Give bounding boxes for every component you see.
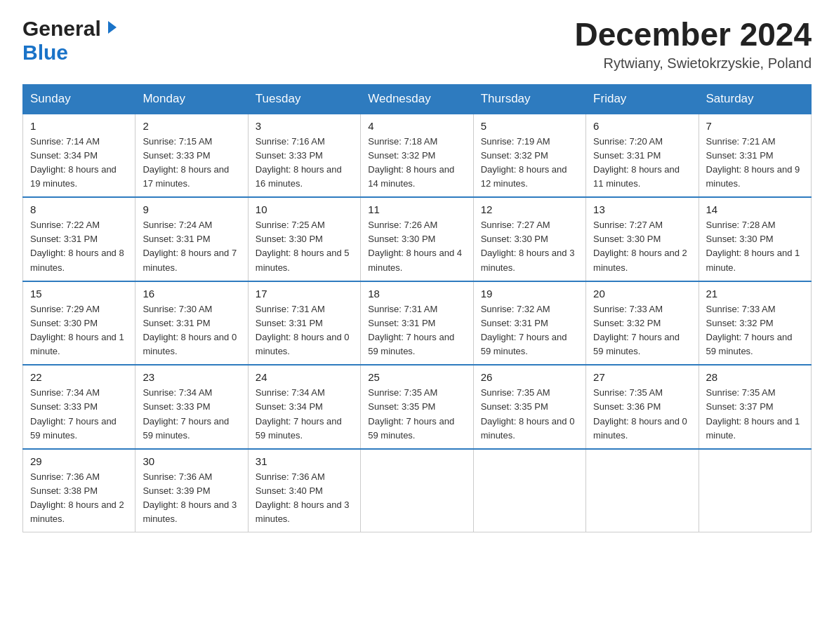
day-number: 10 bbox=[256, 203, 353, 215]
calendar-table: SundayMondayTuesdayWednesdayThursdayFrid… bbox=[22, 84, 812, 533]
calendar-cell: 31 Sunrise: 7:36 AMSunset: 3:40 PMDaylig… bbox=[248, 449, 360, 532]
calendar-cell: 14 Sunrise: 7:28 AMSunset: 3:30 PMDaylig… bbox=[699, 197, 811, 281]
calendar-cell: 11 Sunrise: 7:26 AMSunset: 3:30 PMDaylig… bbox=[361, 197, 473, 281]
calendar-week-row: 1 Sunrise: 7:14 AMSunset: 3:34 PMDayligh… bbox=[23, 114, 812, 198]
day-info: Sunrise: 7:22 AMSunset: 3:31 PMDaylight:… bbox=[30, 220, 124, 272]
day-info: Sunrise: 7:36 AMSunset: 3:38 PMDaylight:… bbox=[30, 471, 124, 524]
day-info: Sunrise: 7:35 AMSunset: 3:36 PMDaylight:… bbox=[593, 387, 687, 440]
col-header-tuesday: Tuesday bbox=[248, 84, 360, 114]
day-number: 6 bbox=[593, 120, 691, 132]
day-info: Sunrise: 7:29 AMSunset: 3:30 PMDaylight:… bbox=[30, 304, 124, 356]
calendar-cell: 18 Sunrise: 7:31 AMSunset: 3:31 PMDaylig… bbox=[361, 281, 473, 365]
calendar-cell: 3 Sunrise: 7:16 AMSunset: 3:33 PMDayligh… bbox=[248, 114, 360, 198]
col-header-friday: Friday bbox=[586, 84, 699, 114]
col-header-thursday: Thursday bbox=[473, 84, 585, 114]
calendar-cell: 13 Sunrise: 7:27 AMSunset: 3:30 PMDaylig… bbox=[586, 197, 699, 281]
day-info: Sunrise: 7:14 AMSunset: 3:34 PMDaylight:… bbox=[30, 136, 117, 189]
calendar-header-row: SundayMondayTuesdayWednesdayThursdayFrid… bbox=[23, 84, 812, 114]
calendar-cell: 20 Sunrise: 7:33 AMSunset: 3:32 PMDaylig… bbox=[586, 281, 699, 365]
day-info: Sunrise: 7:25 AMSunset: 3:30 PMDaylight:… bbox=[256, 220, 350, 272]
calendar-cell: 9 Sunrise: 7:24 AMSunset: 3:31 PMDayligh… bbox=[135, 197, 248, 281]
day-info: Sunrise: 7:33 AMSunset: 3:32 PMDaylight:… bbox=[593, 304, 680, 356]
calendar-cell bbox=[361, 449, 473, 532]
calendar-cell: 26 Sunrise: 7:35 AMSunset: 3:35 PMDaylig… bbox=[473, 365, 585, 449]
day-number: 15 bbox=[30, 288, 128, 300]
day-number: 26 bbox=[481, 371, 578, 383]
day-info: Sunrise: 7:35 AMSunset: 3:35 PMDaylight:… bbox=[368, 387, 454, 440]
calendar-cell: 1 Sunrise: 7:14 AMSunset: 3:34 PMDayligh… bbox=[23, 114, 135, 198]
logo: General Blue bbox=[22, 17, 118, 65]
day-number: 12 bbox=[481, 203, 578, 215]
day-number: 4 bbox=[368, 120, 465, 132]
calendar-cell: 28 Sunrise: 7:35 AMSunset: 3:37 PMDaylig… bbox=[699, 365, 811, 449]
calendar-cell: 23 Sunrise: 7:34 AMSunset: 3:33 PMDaylig… bbox=[135, 365, 248, 449]
day-info: Sunrise: 7:20 AMSunset: 3:31 PMDaylight:… bbox=[593, 136, 680, 189]
day-info: Sunrise: 7:27 AMSunset: 3:30 PMDaylight:… bbox=[593, 220, 687, 272]
day-number: 28 bbox=[706, 371, 804, 383]
calendar-week-row: 15 Sunrise: 7:29 AMSunset: 3:30 PMDaylig… bbox=[23, 281, 812, 365]
day-info: Sunrise: 7:19 AMSunset: 3:32 PMDaylight:… bbox=[481, 136, 567, 189]
col-header-sunday: Sunday bbox=[23, 84, 135, 114]
day-info: Sunrise: 7:27 AMSunset: 3:30 PMDaylight:… bbox=[481, 220, 575, 272]
logo-blue-text: Blue bbox=[22, 41, 68, 65]
calendar-cell: 6 Sunrise: 7:20 AMSunset: 3:31 PMDayligh… bbox=[586, 114, 699, 198]
calendar-week-row: 29 Sunrise: 7:36 AMSunset: 3:38 PMDaylig… bbox=[23, 449, 812, 532]
day-number: 31 bbox=[256, 455, 353, 467]
day-number: 27 bbox=[593, 371, 691, 383]
day-info: Sunrise: 7:30 AMSunset: 3:31 PMDaylight:… bbox=[143, 304, 237, 356]
logo-arrow-icon bbox=[102, 20, 118, 38]
col-header-monday: Monday bbox=[135, 84, 248, 114]
calendar-cell: 12 Sunrise: 7:27 AMSunset: 3:30 PMDaylig… bbox=[473, 197, 585, 281]
day-info: Sunrise: 7:34 AMSunset: 3:33 PMDaylight:… bbox=[30, 387, 117, 440]
day-number: 22 bbox=[30, 371, 128, 383]
calendar-cell: 7 Sunrise: 7:21 AMSunset: 3:31 PMDayligh… bbox=[699, 114, 811, 198]
calendar-cell: 5 Sunrise: 7:19 AMSunset: 3:32 PMDayligh… bbox=[473, 114, 585, 198]
day-info: Sunrise: 7:35 AMSunset: 3:37 PMDaylight:… bbox=[706, 387, 800, 440]
day-number: 17 bbox=[256, 288, 353, 300]
day-number: 25 bbox=[368, 371, 465, 383]
calendar-cell: 10 Sunrise: 7:25 AMSunset: 3:30 PMDaylig… bbox=[248, 197, 360, 281]
day-number: 3 bbox=[256, 120, 353, 132]
logo-general-text: General bbox=[22, 17, 101, 41]
day-info: Sunrise: 7:34 AMSunset: 3:33 PMDaylight:… bbox=[143, 387, 229, 440]
day-number: 21 bbox=[706, 288, 804, 300]
day-info: Sunrise: 7:16 AMSunset: 3:33 PMDaylight:… bbox=[256, 136, 342, 189]
day-info: Sunrise: 7:18 AMSunset: 3:32 PMDaylight:… bbox=[368, 136, 454, 189]
day-number: 9 bbox=[143, 203, 240, 215]
day-number: 16 bbox=[143, 288, 240, 300]
day-info: Sunrise: 7:31 AMSunset: 3:31 PMDaylight:… bbox=[256, 304, 350, 356]
day-number: 23 bbox=[143, 371, 240, 383]
day-info: Sunrise: 7:34 AMSunset: 3:34 PMDaylight:… bbox=[256, 387, 342, 440]
day-number: 24 bbox=[256, 371, 353, 383]
month-title: December 2024 bbox=[574, 17, 812, 53]
calendar-cell: 4 Sunrise: 7:18 AMSunset: 3:32 PMDayligh… bbox=[361, 114, 473, 198]
col-header-wednesday: Wednesday bbox=[361, 84, 473, 114]
day-info: Sunrise: 7:24 AMSunset: 3:31 PMDaylight:… bbox=[143, 220, 237, 272]
day-number: 13 bbox=[593, 203, 691, 215]
calendar-cell: 2 Sunrise: 7:15 AMSunset: 3:33 PMDayligh… bbox=[135, 114, 248, 198]
day-number: 8 bbox=[30, 203, 128, 215]
day-number: 5 bbox=[481, 120, 578, 132]
day-number: 20 bbox=[593, 288, 691, 300]
day-number: 2 bbox=[143, 120, 240, 132]
page-header: General Blue December 2024 Rytwiany, Swi… bbox=[22, 17, 812, 72]
calendar-cell: 8 Sunrise: 7:22 AMSunset: 3:31 PMDayligh… bbox=[23, 197, 135, 281]
calendar-cell: 24 Sunrise: 7:34 AMSunset: 3:34 PMDaylig… bbox=[248, 365, 360, 449]
calendar-cell: 16 Sunrise: 7:30 AMSunset: 3:31 PMDaylig… bbox=[135, 281, 248, 365]
calendar-cell: 29 Sunrise: 7:36 AMSunset: 3:38 PMDaylig… bbox=[23, 449, 135, 532]
calendar-cell: 21 Sunrise: 7:33 AMSunset: 3:32 PMDaylig… bbox=[699, 281, 811, 365]
day-info: Sunrise: 7:35 AMSunset: 3:35 PMDaylight:… bbox=[481, 387, 575, 440]
day-info: Sunrise: 7:15 AMSunset: 3:33 PMDaylight:… bbox=[143, 136, 229, 189]
day-number: 18 bbox=[368, 288, 465, 300]
calendar-cell: 30 Sunrise: 7:36 AMSunset: 3:39 PMDaylig… bbox=[135, 449, 248, 532]
day-number: 11 bbox=[368, 203, 465, 215]
day-number: 14 bbox=[706, 203, 804, 215]
svg-marker-0 bbox=[108, 21, 117, 34]
day-info: Sunrise: 7:28 AMSunset: 3:30 PMDaylight:… bbox=[706, 220, 800, 272]
calendar-cell bbox=[473, 449, 585, 532]
col-header-saturday: Saturday bbox=[699, 84, 811, 114]
day-number: 30 bbox=[143, 455, 240, 467]
calendar-cell: 22 Sunrise: 7:34 AMSunset: 3:33 PMDaylig… bbox=[23, 365, 135, 449]
day-info: Sunrise: 7:26 AMSunset: 3:30 PMDaylight:… bbox=[368, 220, 462, 272]
day-info: Sunrise: 7:36 AMSunset: 3:39 PMDaylight:… bbox=[143, 471, 237, 524]
